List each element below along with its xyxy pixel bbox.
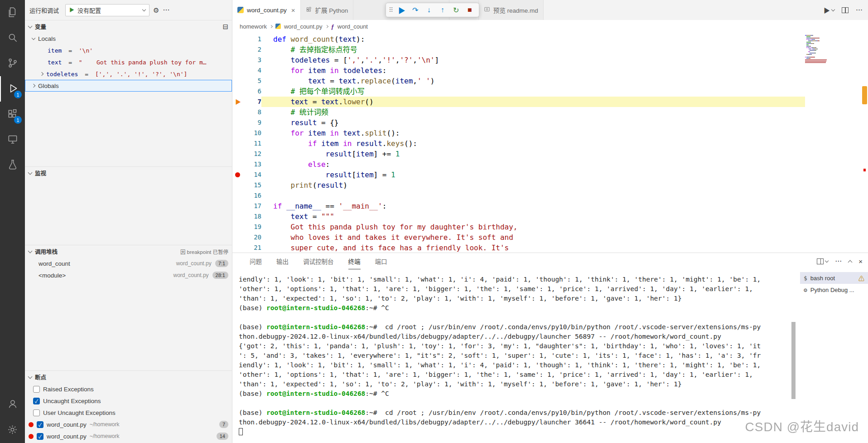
gutter-glyph[interactable] bbox=[232, 128, 243, 138]
code-text[interactable]: text = """ bbox=[261, 211, 805, 222]
call-stack-section-header[interactable]: 调用堆栈 因 breakpoint 已暂停 bbox=[25, 245, 232, 258]
breakpoint-row[interactable]: ✓ word_count.py ~/homework 7 bbox=[25, 419, 232, 430]
gutter-glyph[interactable] bbox=[232, 180, 243, 190]
gutter-glyph[interactable] bbox=[232, 232, 243, 243]
continue-button[interactable]: ▶ bbox=[395, 4, 408, 16]
overview-ruler[interactable] bbox=[861, 33, 868, 253]
code-text[interactable]: # 统计词频 bbox=[261, 107, 805, 117]
gutter-glyph[interactable] bbox=[232, 65, 243, 76]
current-line-glyph[interactable]: ▶ bbox=[232, 97, 243, 107]
gutter-glyph[interactable] bbox=[232, 117, 243, 128]
debug-gear-icon[interactable]: ⚙ bbox=[153, 7, 159, 14]
settings-button[interactable] bbox=[0, 418, 25, 443]
stack-frame[interactable]: <module> word_count.py 28:1 bbox=[25, 269, 232, 281]
tab-ports[interactable]: 端口 bbox=[375, 253, 387, 269]
checkbox[interactable] bbox=[33, 409, 40, 416]
debug-config-dropdown[interactable]: ▶ 没有配置 bbox=[65, 4, 149, 16]
terminal-instance-python-debug[interactable]: ⚙ Python Debug ... bbox=[800, 284, 868, 296]
code-text[interactable]: who loves it and takes it everywhere. It… bbox=[261, 232, 805, 243]
code-text[interactable]: if item in result.keys(): bbox=[261, 138, 805, 149]
more-actions-icon[interactable]: ⋯ bbox=[856, 7, 863, 14]
variable-todeletes[interactable]: todeletes = [',', '.', '!', '?', '\n'] bbox=[25, 68, 232, 80]
code-text[interactable]: def word_count(text): bbox=[261, 34, 805, 44]
sidebar-item-run-debug[interactable]: 1 bbox=[0, 76, 25, 102]
code-text[interactable]: else: bbox=[261, 159, 805, 170]
start-debugging-icon[interactable]: ▶ bbox=[69, 8, 74, 13]
tab-problems[interactable]: 问题 bbox=[250, 253, 262, 269]
code-text[interactable]: result = {} bbox=[261, 117, 805, 128]
gutter-glyph[interactable] bbox=[232, 76, 243, 86]
gutter-glyph[interactable] bbox=[232, 159, 243, 170]
sidebar-item-testing[interactable] bbox=[0, 152, 25, 178]
gutter-glyph[interactable] bbox=[232, 86, 243, 97]
code-text[interactable]: for item in text.split(): bbox=[261, 128, 805, 138]
scope-globals[interactable]: Globals bbox=[25, 80, 232, 92]
breakpoint-row[interactable]: ✓ word_count.py ~/homework 14 bbox=[25, 430, 232, 442]
more-actions-icon[interactable]: ⋯ bbox=[163, 7, 169, 14]
scope-locals[interactable]: Locals bbox=[25, 33, 232, 44]
gutter-glyph[interactable] bbox=[232, 201, 243, 211]
code-text[interactable]: super cute, and its face has a friendly … bbox=[261, 243, 805, 253]
tab-debug-console[interactable]: 调试控制台 bbox=[303, 253, 334, 269]
stop-button[interactable]: ■ bbox=[463, 4, 476, 16]
gutter-glyph[interactable] bbox=[232, 34, 243, 44]
split-editor-icon[interactable] bbox=[842, 7, 849, 13]
tab-output[interactable]: 输出 bbox=[276, 253, 289, 269]
close-panel-icon[interactable]: × bbox=[858, 258, 863, 265]
variable-item[interactable]: item = '\n' bbox=[25, 44, 232, 56]
maximize-panel-icon[interactable] bbox=[848, 260, 853, 264]
gutter-glyph[interactable] bbox=[232, 211, 243, 222]
breadcrumb-symbol[interactable]: word_count bbox=[338, 23, 368, 30]
variables-section-header[interactable]: 变量 ⊟ bbox=[25, 20, 232, 33]
code-editor[interactable]: 1def word_count(text):2 # 去掉指定标点符号3 tode… bbox=[232, 33, 868, 253]
tab-preview-readme[interactable]: 预览 readme.md bbox=[479, 0, 544, 20]
code-text[interactable]: todeletes = [',','.','!','?','\n'] bbox=[261, 55, 805, 65]
code-text[interactable]: for item in todeletes: bbox=[261, 65, 805, 76]
stack-frame[interactable]: word_count word_count.py 7:1 bbox=[25, 258, 232, 269]
gutter-glyph[interactable] bbox=[232, 138, 243, 149]
tab-extension-python[interactable]: 扩展 Python bbox=[301, 0, 354, 20]
code-text[interactable]: if __name__ == '__main__': bbox=[261, 201, 805, 211]
breakpoint-icon[interactable] bbox=[232, 170, 243, 180]
gutter-glyph[interactable] bbox=[232, 107, 243, 117]
code-text[interactable]: # 把每个单词转成小写 bbox=[261, 86, 805, 97]
variable-text[interactable]: text = " Got this panda plush toy for m… bbox=[25, 56, 232, 68]
terminal-output[interactable]: iendly': 1, 'look': 1, 'bit': 1, 'small'… bbox=[232, 269, 800, 443]
terminal-scrollbar[interactable] bbox=[791, 322, 796, 399]
run-python-file-button[interactable]: ▶ bbox=[824, 5, 834, 15]
panel-more-icon[interactable]: ⋯ bbox=[835, 258, 842, 265]
breadcrumb-file[interactable]: word_count.py bbox=[284, 23, 323, 30]
checkbox[interactable]: ✓ bbox=[37, 421, 43, 428]
terminal-layout-button[interactable] bbox=[817, 258, 828, 264]
gutter-glyph[interactable] bbox=[232, 222, 243, 232]
collapse-all-icon[interactable]: ⊟ bbox=[222, 23, 228, 30]
gutter-glyph[interactable] bbox=[232, 190, 243, 201]
breakpoints-section-header[interactable]: 断点 bbox=[25, 371, 232, 383]
gutter-glyph[interactable] bbox=[232, 243, 243, 253]
code-text[interactable]: Got this panda plush toy for my daughter… bbox=[261, 222, 805, 232]
step-out-button[interactable]: ↑ bbox=[436, 4, 449, 16]
close-icon[interactable]: × bbox=[291, 6, 295, 14]
code-text[interactable]: result[item] += 1 bbox=[261, 149, 805, 159]
step-into-button[interactable]: ↓ bbox=[422, 4, 435, 16]
code-text[interactable]: result[item] = 1 bbox=[261, 170, 805, 180]
code-text[interactable]: # 去掉指定标点符号 bbox=[261, 44, 805, 55]
sidebar-item-remote-explorer[interactable] bbox=[0, 127, 25, 152]
sidebar-item-explorer[interactable] bbox=[0, 0, 25, 25]
gutter-glyph[interactable] bbox=[232, 55, 243, 65]
tab-terminal[interactable]: 终端 bbox=[348, 253, 361, 269]
gutter-glyph[interactable] bbox=[232, 44, 243, 55]
terminal-instance-bash[interactable]: $ bash root ⚠ bbox=[800, 272, 868, 284]
drag-handle-icon[interactable]: ⠿ bbox=[389, 6, 393, 14]
code-text[interactable] bbox=[261, 190, 805, 201]
code-text[interactable]: text = text.replace(item,' ') bbox=[261, 76, 805, 86]
exception-breakpoint-row[interactable]: ✓ Uncaught Exceptions bbox=[25, 395, 232, 407]
account-button[interactable] bbox=[0, 391, 25, 417]
checkbox[interactable]: ✓ bbox=[33, 398, 40, 404]
exception-breakpoint-row[interactable]: Raised Exceptions bbox=[25, 383, 232, 395]
watch-section-header[interactable]: 监视 bbox=[25, 167, 232, 179]
checkbox[interactable]: ✓ bbox=[37, 433, 43, 440]
restart-button[interactable]: ↻ bbox=[449, 4, 463, 16]
sidebar-item-source-control[interactable] bbox=[0, 51, 25, 76]
step-over-button[interactable]: ↷ bbox=[409, 4, 422, 16]
